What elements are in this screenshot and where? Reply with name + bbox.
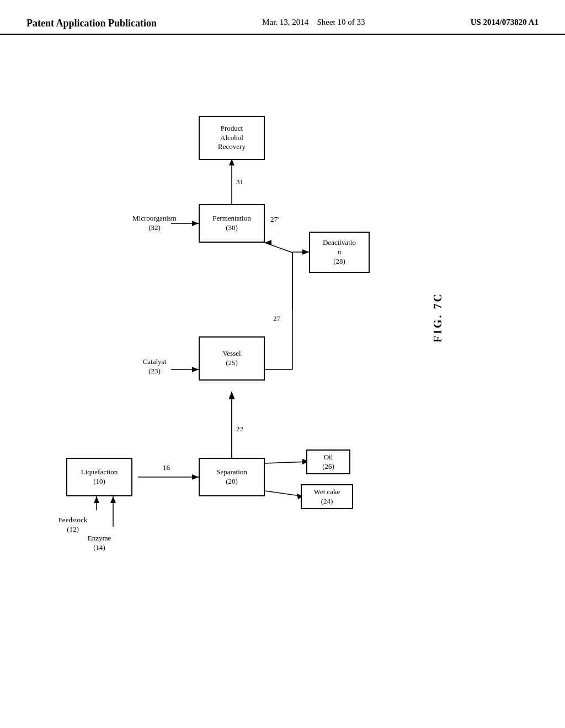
svg-marker-26: [110, 496, 116, 503]
deactivation-box: Deactivation(28): [309, 232, 370, 273]
label-27: 27: [273, 314, 280, 324]
sheet-info: Sheet 10 of 33: [317, 18, 365, 26]
svg-marker-7: [302, 249, 309, 255]
vessel-box: Vessel(25): [199, 336, 265, 381]
label-16: 16: [163, 463, 170, 473]
label-enzyme: Enzyme(14): [72, 534, 127, 553]
publication-date-sheet: Mar. 13, 2014 Sheet 10 of 33: [262, 18, 365, 27]
svg-line-19: [265, 462, 309, 463]
svg-line-4: [265, 243, 292, 253]
svg-marker-24: [94, 496, 99, 503]
label-31: 31: [236, 178, 243, 187]
diagram-area: ProductAlcoholRecovery Fermentation(30) …: [0, 55, 565, 717]
svg-marker-16: [229, 393, 234, 399]
page-header: Patent Application Publication Mar. 13, …: [0, 0, 565, 35]
fig-label: FIG. 7C: [430, 292, 447, 342]
svg-marker-5: [265, 240, 271, 245]
separation-box: Separation(20): [199, 458, 265, 496]
publication-number: US 2014/073820 A1: [471, 18, 539, 27]
product-alcohol-recovery-box: ProductAlcoholRecovery: [199, 116, 265, 160]
publication-title: Patent Application Publication: [26, 18, 157, 29]
diagram-svg: [0, 55, 565, 717]
wet-cake-box: Wet cake(24): [301, 484, 353, 509]
oil-box: Oil(26): [306, 449, 350, 474]
liquefaction-box: Liquefaction(10): [66, 458, 132, 496]
fermentation-box: Fermentation(30): [199, 204, 265, 243]
svg-line-21: [265, 491, 303, 496]
svg-marker-14: [229, 392, 234, 398]
label-feedstock: Feedstock(12): [40, 516, 106, 534]
svg-marker-18: [192, 474, 199, 480]
label-22: 22: [236, 425, 243, 434]
svg-marker-12: [192, 367, 199, 372]
publication-date: Mar. 13, 2014: [262, 18, 308, 26]
label-microorganism: Microorganism(32): [116, 214, 193, 233]
label-catalyst: Catalyst(23): [119, 357, 190, 376]
label-27prime: 27': [270, 215, 279, 224]
